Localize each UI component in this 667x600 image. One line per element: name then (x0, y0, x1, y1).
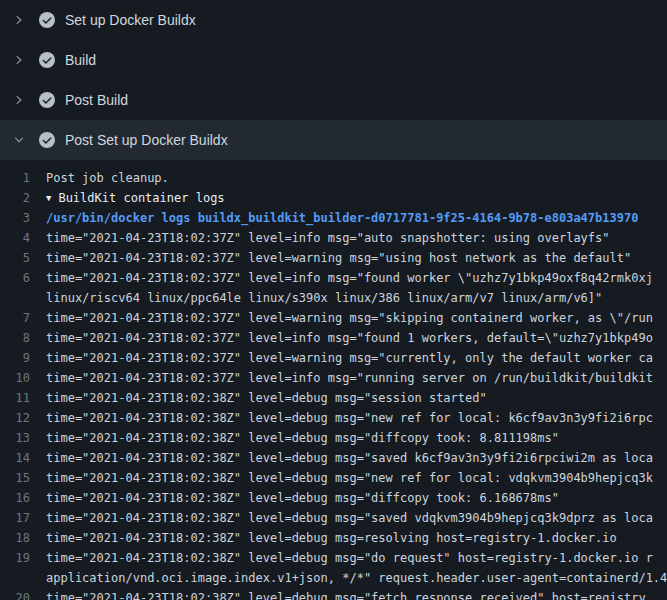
group-toggle-icon[interactable]: ▼ (46, 188, 51, 208)
log-line: 5 time="2021-04-23T18:02:37Z" level=warn… (0, 248, 667, 268)
step-title: Set up Docker Buildx (65, 10, 196, 30)
log-line: 19 time="2021-04-23T18:02:38Z" level=deb… (0, 548, 667, 568)
line-number[interactable]: 17 (0, 508, 46, 528)
log-line: 13 time="2021-04-23T18:02:38Z" level=deb… (0, 428, 667, 448)
log-line: linux/riscv64 linux/ppc64le linux/s390x … (0, 288, 667, 308)
log-line: 20 time="2021-04-23T18:02:38Z" level=deb… (0, 588, 667, 600)
log-text: time="2021-04-23T18:02:38Z" level=debug … (46, 388, 667, 408)
log-line: 4 time="2021-04-23T18:02:37Z" level=info… (0, 228, 667, 248)
log-line: 8 time="2021-04-23T18:02:37Z" level=info… (0, 328, 667, 348)
step-title: Post Set up Docker Buildx (65, 130, 228, 150)
line-number[interactable]: 4 (0, 228, 46, 248)
line-number[interactable]: 19 (0, 548, 46, 568)
log-line: 16 time="2021-04-23T18:02:38Z" level=deb… (0, 488, 667, 508)
actions-log-viewer: Set up Docker Buildx Build (0, 0, 667, 600)
line-number[interactable] (0, 288, 46, 308)
log-text: time="2021-04-23T18:02:38Z" level=debug … (46, 448, 667, 468)
check-circle-icon (39, 12, 55, 28)
log-text: time="2021-04-23T18:02:38Z" level=debug … (46, 548, 667, 568)
line-number[interactable] (0, 568, 46, 588)
line-number[interactable]: 7 (0, 308, 46, 328)
check-circle-icon (39, 92, 55, 108)
step-header[interactable]: Post Build (0, 80, 667, 120)
line-number[interactable]: 8 (0, 328, 46, 348)
step-header[interactable]: Post Set up Docker Buildx (0, 120, 667, 160)
log-text: time="2021-04-23T18:02:38Z" level=debug … (46, 408, 667, 428)
step-header[interactable]: Build (0, 40, 667, 80)
line-number[interactable]: 5 (0, 248, 46, 268)
line-number[interactable]: 18 (0, 528, 46, 548)
log-line: 17 time="2021-04-23T18:02:38Z" level=deb… (0, 508, 667, 528)
log-line: 10 time="2021-04-23T18:02:37Z" level=inf… (0, 368, 667, 388)
log-text: time="2021-04-23T18:02:37Z" level=warnin… (46, 308, 667, 328)
log-line: application/vnd.oci.image.index.v1+json,… (0, 568, 667, 588)
log-line: 2 ▼ BuildKit container logs (0, 188, 667, 208)
chevron-right-icon (13, 134, 25, 146)
log-line: 14 time="2021-04-23T18:02:38Z" level=deb… (0, 448, 667, 468)
log-text: time="2021-04-23T18:02:37Z" level=warnin… (46, 248, 667, 268)
log-text: time="2021-04-23T18:02:38Z" level=debug … (46, 428, 667, 448)
log-line: 3 /usr/bin/docker logs buildx_buildkit_b… (0, 208, 667, 228)
log-text: time="2021-04-23T18:02:38Z" level=debug … (46, 488, 667, 508)
chevron-right-icon (13, 14, 25, 26)
log-text: time="2021-04-23T18:02:37Z" level=info m… (46, 228, 667, 248)
step-header[interactable]: Set up Docker Buildx (0, 0, 667, 40)
log-text: time="2021-04-23T18:02:37Z" level=warnin… (46, 348, 667, 368)
log-text: time="2021-04-23T18:02:38Z" level=debug … (46, 508, 667, 528)
log-line: 7 time="2021-04-23T18:02:37Z" level=warn… (0, 308, 667, 328)
log-text: BuildKit container logs (58, 188, 667, 208)
log-text: time="2021-04-23T18:02:37Z" level=info m… (46, 328, 667, 348)
line-number[interactable]: 11 (0, 388, 46, 408)
log-text: time="2021-04-23T18:02:38Z" level=debug … (46, 588, 667, 600)
step-title: Post Build (65, 90, 128, 110)
log-text: time="2021-04-23T18:02:37Z" level=info m… (46, 368, 667, 388)
line-number[interactable]: 6 (0, 268, 46, 288)
line-number[interactable]: 12 (0, 408, 46, 428)
line-number[interactable]: 16 (0, 488, 46, 508)
log-text: time="2021-04-23T18:02:37Z" level=info m… (46, 268, 667, 288)
chevron-right-icon (13, 94, 25, 106)
log-line: 15 time="2021-04-23T18:02:38Z" level=deb… (0, 468, 667, 488)
log-text: application/vnd.oci.image.index.v1+json,… (46, 568, 667, 588)
check-circle-icon (39, 52, 55, 68)
log-text: linux/riscv64 linux/ppc64le linux/s390x … (46, 288, 667, 308)
log-text: time="2021-04-23T18:02:38Z" level=debug … (46, 468, 667, 488)
log-text: time="2021-04-23T18:02:38Z" level=debug … (46, 528, 667, 548)
log-content: 1 Post job cleanup. 2 ▼ BuildKit contain… (0, 160, 667, 600)
chevron-right-icon (13, 54, 25, 66)
log-text: /usr/bin/docker logs buildx_buildkit_bui… (46, 208, 667, 228)
line-number[interactable]: 2 (0, 188, 46, 208)
log-text: Post job cleanup. (46, 168, 667, 188)
line-number[interactable]: 3 (0, 208, 46, 228)
line-number[interactable]: 1 (0, 168, 46, 188)
line-number[interactable]: 10 (0, 368, 46, 388)
line-number[interactable]: 9 (0, 348, 46, 368)
log-line: 9 time="2021-04-23T18:02:37Z" level=warn… (0, 348, 667, 368)
line-number[interactable]: 14 (0, 448, 46, 468)
log-line: 1 Post job cleanup. (0, 168, 667, 188)
log-line: 6 time="2021-04-23T18:02:37Z" level=info… (0, 268, 667, 288)
log-line: 12 time="2021-04-23T18:02:38Z" level=deb… (0, 408, 667, 428)
line-number[interactable]: 20 (0, 588, 46, 600)
log-line: 11 time="2021-04-23T18:02:38Z" level=deb… (0, 388, 667, 408)
line-number[interactable]: 15 (0, 468, 46, 488)
line-number[interactable]: 13 (0, 428, 46, 448)
step-title: Build (65, 50, 96, 70)
log-line: 18 time="2021-04-23T18:02:38Z" level=deb… (0, 528, 667, 548)
check-circle-icon (39, 132, 55, 148)
